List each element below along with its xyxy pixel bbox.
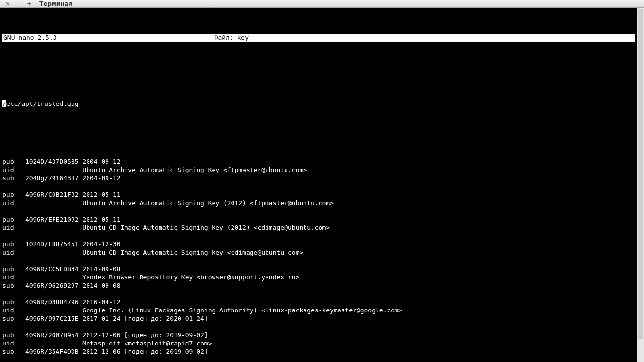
nano-app-name: GNU nano 2.5.3	[2, 34, 58, 42]
editor-blank-line	[2, 257, 635, 265]
editor-line: uid Ubuntu Archive Automatic Signing Key…	[2, 166, 635, 174]
editor-body: pub 1024D/437D05B5 2004-09-12uid Ubuntu …	[2, 157, 635, 362]
terminal[interactable]: GNU nano 2.5.3 Файл: key /etc/apt/truste…	[0, 8, 637, 362]
editor-line: pub 1024D/FBB75451 2004-12-30	[2, 240, 635, 248]
editor-blank-line	[2, 323, 635, 331]
editor-blank-line	[2, 67, 635, 75]
cursor: /	[2, 100, 6, 107]
editor-line: pub 4096R/CC5FDB34 2014-09-08	[2, 265, 635, 273]
editor-line: pub 4096R/C0B21F32 2012-05-11	[2, 190, 635, 199]
editor-line: uid Ubuntu CD Image Automatic Signing Ke…	[2, 224, 635, 232]
scrollbar-thumb[interactable]	[638, 9, 643, 339]
terminal-window: Терминал GNU nano 2.5.3 Файл: key /etc/a…	[0, 0, 644, 362]
nano-file-label: Файл: key	[214, 34, 250, 42]
editor-line: sub 4096R/35AF4DDB 2012-12-06 [годен до:…	[2, 347, 635, 356]
editor-line-path: /etc/apt/trusted.gpg	[2, 100, 635, 108]
nano-header-fill	[250, 34, 635, 42]
close-icon[interactable]	[4, 0, 11, 7]
editor-blank-line	[2, 290, 635, 298]
editor-line: pub 4096R/D38B4796 2016-04-12	[2, 298, 635, 306]
nano-header: GNU nano 2.5.3 Файл: key	[2, 34, 635, 42]
editor-line: uid Google Inc. (Linux Packages Signing …	[2, 306, 635, 314]
editor-line-separator: --------------------	[2, 124, 635, 133]
scrollbar[interactable]	[637, 8, 644, 362]
editor-blank-line	[2, 356, 635, 362]
editor-blank-line	[2, 182, 635, 190]
editor-line: sub 2048g/79164387 2004-09-12	[2, 174, 635, 182]
editor-line: uid Ubuntu CD Image Automatic Signing Ke…	[2, 248, 635, 257]
editor-line: pub 4096R/EFE21092 2012-05-11	[2, 215, 635, 224]
editor-line: sub 4096R/997C215E 2017-01-24 [годен до:…	[2, 314, 635, 323]
editor-line: uid Ubuntu Archive Automatic Signing Key…	[2, 199, 635, 207]
editor-line: sub 4096R/96269297 2014-09-08	[2, 281, 635, 290]
editor-blank-line	[2, 232, 635, 240]
minimize-icon[interactable]	[15, 0, 22, 7]
terminal-wrap: GNU nano 2.5.3 Файл: key /etc/apt/truste…	[0, 8, 644, 362]
editor-line: pub 4096R/2007B954 2012-12-06 [годен до:…	[2, 331, 635, 339]
window-title: Терминал	[39, 0, 72, 7]
editor-blank-line	[2, 207, 635, 215]
editor-line: pub 1024D/437D05B5 2004-09-12	[2, 157, 635, 166]
editor-line: uid Yandex Browser Repository Key <brows…	[2, 273, 635, 281]
maximize-icon[interactable]	[26, 0, 33, 7]
titlebar: Терминал	[0, 0, 644, 8]
editor-path-rest: etc/apt/trusted.gpg	[6, 100, 79, 107]
editor-line: uid Metasploit <metasploit@rapid7.com>	[2, 339, 635, 347]
